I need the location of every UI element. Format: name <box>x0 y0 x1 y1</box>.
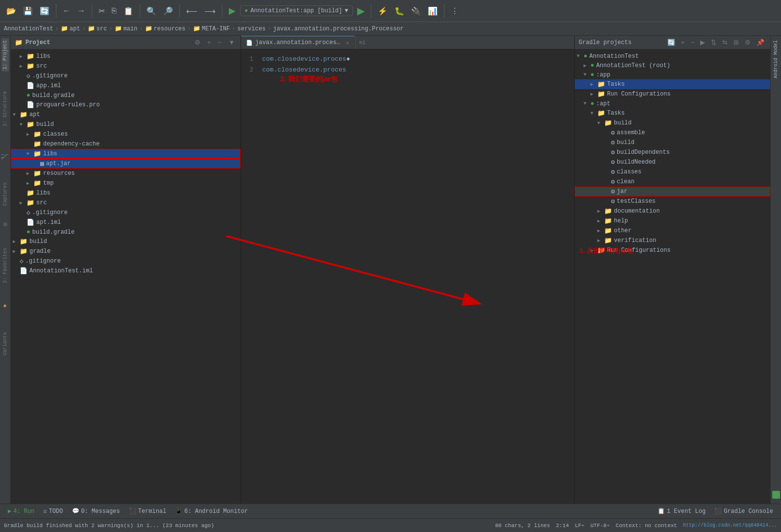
redo-btn[interactable]: → <box>75 5 88 17</box>
messages-btn[interactable]: 💬 0: Messages <box>68 506 124 516</box>
bc-services[interactable]: services <box>238 25 266 32</box>
tree-item-classes[interactable]: ▶ 📁 classes <box>11 129 241 139</box>
sidebar-sync-btn[interactable]: ⊙ <box>0 220 10 228</box>
project-panel-expand-btn[interactable]: ▼ <box>226 38 237 47</box>
tree-item-gradle[interactable]: ▶ 📁 gradle <box>11 246 241 256</box>
gradle-item-apt[interactable]: ▼ ● :apt <box>575 99 770 108</box>
sidebar-variants-btn[interactable]: Variants <box>1 330 9 358</box>
tree-item-src-apt[interactable]: ▶ 📁 src <box>11 198 241 208</box>
gradle-item-jar[interactable]: ⚙ jar <box>575 187 770 196</box>
gradle-item-documentation[interactable]: ▶ 📁 documentation <box>575 206 770 216</box>
run-config-selector[interactable]: ● AnnotationTest:app [build] ▼ <box>240 5 353 16</box>
gradle-refresh-btn[interactable]: 🔄 <box>665 38 677 47</box>
cut-btn[interactable]: ✂ <box>96 5 107 17</box>
tree-item-build-apt[interactable]: ▼ 📁 build <box>11 120 241 129</box>
tree-item-aptjar[interactable]: ▦ apt.jar <box>11 159 241 169</box>
project-panel-settings-btn[interactable]: ⚙ <box>193 38 202 47</box>
todo-btn[interactable]: ☑ TODO <box>39 506 67 516</box>
attach-debugger-btn[interactable]: 🔌 <box>409 5 423 17</box>
bc-main[interactable]: 📁 main <box>115 25 138 32</box>
find-prev-btn[interactable]: 🔎 <box>161 5 175 17</box>
nav-back-btn[interactable]: ⟵ <box>184 5 200 17</box>
gradle-item-buildneeded[interactable]: ⚙ buildNeeded <box>575 157 770 167</box>
nav-fwd-btn[interactable]: ⟶ <box>202 5 218 17</box>
terminal-btn[interactable]: ⬛ Terminal <box>125 506 171 516</box>
tree-item-aptiml[interactable]: 📄 apt.iml <box>11 218 241 227</box>
gradle-group-btn[interactable]: ⊞ <box>732 38 741 47</box>
find-btn[interactable]: 🔍 <box>144 5 159 17</box>
gradle-item-help[interactable]: ▶ 📁 help <box>575 216 770 226</box>
tree-item-gitignore-apt[interactable]: ◇ .gitignore <box>11 208 241 218</box>
bc-processor[interactable]: javax.annotation.processing.Processor <box>273 25 403 32</box>
tree-item-apt[interactable]: ▼ 📁 apt <box>11 110 241 120</box>
gradle-item-build-group[interactable]: ▼ 📁 build <box>575 118 770 128</box>
tree-item-gitignore1[interactable]: ◇ .gitignore <box>11 71 241 81</box>
sidebar-favorites-btn[interactable]: 2: Favorites <box>1 246 9 285</box>
gradle-remove-btn[interactable]: − <box>688 38 696 47</box>
open-folder-btn[interactable]: 📂 <box>4 5 19 17</box>
bc-src[interactable]: 📁 src <box>88 25 107 32</box>
sidebar-project-btn[interactable]: 1: Project <box>1 38 9 72</box>
gradle-item-root[interactable]: ▼ ● AnnotationTest <box>575 51 770 61</box>
event-log-btn[interactable]: 📋 1 Event Log <box>654 506 709 516</box>
gradle-item-build-task[interactable]: ⚙ build <box>575 138 770 147</box>
save-btn[interactable]: 💾 <box>21 5 35 17</box>
sidebar-git-btn[interactable]: ⎇ <box>0 151 10 163</box>
bc-root[interactable]: AnnotationTest <box>4 25 53 32</box>
tree-item-libs2[interactable]: 📁 libs <box>11 188 241 198</box>
tree-item-buildgradle1[interactable]: ● build.gradle <box>11 91 241 100</box>
sidebar-structure-btn[interactable]: 2: Structure <box>1 89 9 128</box>
editor-content[interactable]: 1 com.closedevice.proces● 2 com.closedev… <box>241 49 574 504</box>
editor-tab-processor[interactable]: 📄 javax.annotation.processing.Processor … <box>241 36 355 49</box>
tree-item-src[interactable]: ▶ 📁 src <box>11 61 241 71</box>
tree-item-tmp[interactable]: ▶ 📁 tmp <box>11 178 241 188</box>
gradle-console-btn[interactable]: ⬛ Gradle Console <box>710 506 777 516</box>
tree-item-appiml[interactable]: 📄 app.iml <box>11 81 241 91</box>
sidebar-star-btn[interactable]: ★ <box>0 301 10 313</box>
sidebar-captures-btn[interactable]: Captures <box>1 180 9 208</box>
tree-item-libs[interactable]: ▶ 📁 libs <box>11 51 241 61</box>
more-btn[interactable]: ⋮ <box>448 5 461 17</box>
gradle-collapse-btn[interactable]: ⇆ <box>720 38 730 47</box>
gradle-item-clean[interactable]: ⚙ clean <box>575 177 770 187</box>
gradle-item-app[interactable]: ▼ ● :app <box>575 70 770 79</box>
run-btn-bottom[interactable]: ▶ 4: Run <box>4 506 38 516</box>
gradle-item-root2[interactable]: ▶ ● AnnotationTest (root) <box>575 61 770 70</box>
gradle-item-tasks-app[interactable]: ▶ 📁 Tasks <box>575 79 770 89</box>
copy-btn[interactable]: ⎘ <box>109 5 119 17</box>
gradle-item-assemble[interactable]: ⚙ assemble <box>575 128 770 138</box>
project-panel-add-btn[interactable]: + <box>205 38 213 47</box>
gradle-add-btn[interactable]: + <box>679 38 687 47</box>
android-model-btn[interactable]: Android Model <box>772 38 780 80</box>
tree-item-libs-apt[interactable]: ▼ 📁 libs <box>11 149 241 159</box>
tree-item-resources-apt[interactable]: ▶ 📁 resources <box>11 169 241 178</box>
coverage-btn[interactable]: ⚡ <box>375 5 390 17</box>
tree-item-build-root[interactable]: ▶ 📁 build <box>11 237 241 246</box>
profile-btn[interactable]: 📊 <box>425 5 440 17</box>
gradle-item-runconfig-app[interactable]: ▶ 📁 Run Configurations <box>575 89 770 99</box>
play-btn[interactable]: ▶ <box>355 3 367 18</box>
gradle-item-verification[interactable]: ▶ 📁 verification <box>575 236 770 245</box>
gradle-item-builddep[interactable]: ⚙ buildDependents <box>575 147 770 157</box>
gradle-run-btn[interactable]: ▶ <box>698 38 707 47</box>
tree-item-gitignore-root[interactable]: ◇ .gitignore <box>11 256 241 266</box>
tree-item-buildgradle-apt[interactable]: ● build.gradle <box>11 227 241 237</box>
gradle-item-tasks-apt[interactable]: ▼ 📁 Tasks <box>575 108 770 118</box>
project-panel-collapse-btn[interactable]: − <box>216 38 224 47</box>
gradle-item-testclasses[interactable]: ⚙ testClasses <box>575 196 770 206</box>
gradle-settings-btn[interactable]: ⚙ <box>743 38 753 47</box>
run-green-btn[interactable]: ▶ <box>226 4 238 18</box>
gradle-pin-btn[interactable]: 📌 <box>755 38 766 47</box>
gradle-item-classes-task[interactable]: ⚙ classes <box>575 167 770 177</box>
undo-btn[interactable]: ← <box>60 5 73 17</box>
android-monitor-btn[interactable]: 📱 6: Android Monitor <box>171 506 252 516</box>
tree-item-proguard[interactable]: 📄 proguard-rules.pro <box>11 100 241 110</box>
tab-close-processor[interactable]: ✕ <box>346 40 349 46</box>
tree-item-depcache[interactable]: 📁 dependency-cache <box>11 139 241 149</box>
gradle-item-other[interactable]: ▶ 📁 other <box>575 226 770 236</box>
bc-apt[interactable]: 📁 apt <box>61 25 80 32</box>
gradle-expand-btn[interactable]: ⇅ <box>709 38 718 47</box>
debug-btn[interactable]: 🐛 <box>392 5 407 17</box>
bc-resources[interactable]: 📁 resources <box>145 25 186 32</box>
tree-item-annotationiml[interactable]: 📄 AnnotationTest.iml <box>11 266 241 276</box>
